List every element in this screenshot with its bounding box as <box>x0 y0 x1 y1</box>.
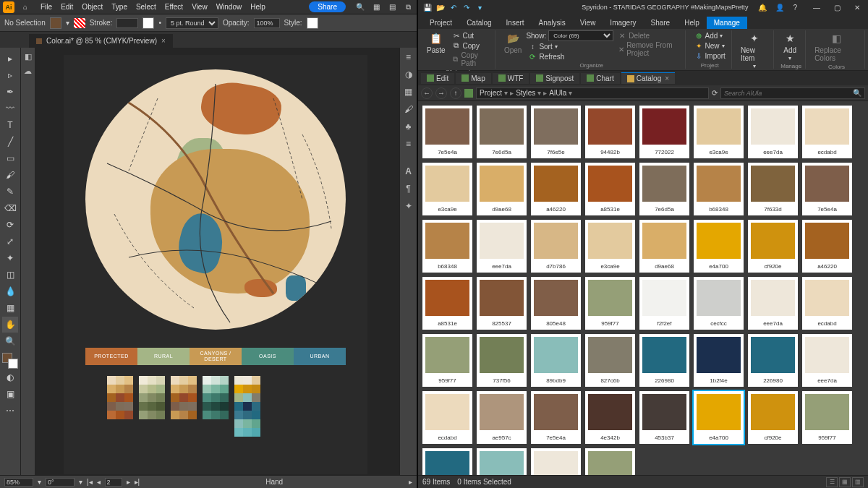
ribbon-tab-insert[interactable]: Insert <box>499 17 532 29</box>
bc-refresh-icon[interactable]: ⟳ <box>712 89 718 97</box>
color-swatch[interactable] <box>422 448 472 475</box>
character-icon[interactable]: A <box>402 165 415 178</box>
refresh-button[interactable]: ⟳Refresh <box>526 51 613 61</box>
selection-tool-icon[interactable]: ▸ <box>2 51 18 67</box>
ai-canvas[interactable]: PROTECTEDRURALCANYONS / DESERTOASISURBAN <box>35 48 399 475</box>
search-icon[interactable]: 🔍 <box>853 89 861 97</box>
color-swatch[interactable]: cf920e <box>748 391 798 444</box>
color-swatch[interactable]: ecdabd <box>422 391 472 444</box>
draw-mode-icon[interactable]: ◐ <box>2 369 18 385</box>
new-item-button[interactable]: ✦New Item ▾ <box>739 30 770 70</box>
brushes-icon[interactable]: 🖌 <box>402 103 415 116</box>
color-swatch[interactable]: eee7da <box>477 220 527 273</box>
zoom-input[interactable] <box>4 478 33 487</box>
color-swatch[interactable]: a8531e <box>422 277 472 330</box>
fill-swatch[interactable] <box>50 17 61 29</box>
text-tool-icon[interactable]: T <box>2 117 18 133</box>
shaper-tool-icon[interactable]: ✎ <box>2 184 18 200</box>
noaction-icon[interactable] <box>74 18 85 28</box>
view-tab-catalog[interactable]: Catalog× <box>621 72 675 84</box>
fill-stroke-swatch[interactable] <box>2 353 18 369</box>
color-swatch[interactable]: 226980 <box>639 334 689 387</box>
color-swatch[interactable]: 7e5e4a <box>422 106 472 158</box>
view-tab-wtf[interactable]: WTF <box>493 73 529 84</box>
arrange-icon[interactable]: ▦ <box>370 1 382 13</box>
color-swatch[interactable]: e3ca9e <box>694 106 744 158</box>
color-swatch[interactable] <box>531 448 581 475</box>
color-swatch[interactable]: a46220 <box>531 163 581 215</box>
delete-button[interactable]: ✕Delete <box>616 30 681 40</box>
paragraph-icon[interactable]: ¶ <box>402 182 415 195</box>
glyph-icon[interactable]: ✦ <box>402 200 415 213</box>
color-swatch[interactable]: eee7da <box>748 106 798 158</box>
view-tab-chart[interactable]: Chart <box>581 73 619 84</box>
color-swatch[interactable] <box>585 448 635 475</box>
color-swatch[interactable]: e4a700 <box>694 220 744 273</box>
color-swatch[interactable]: 772022 <box>639 106 689 158</box>
color-swatch[interactable]: 959f77 <box>585 277 635 330</box>
color-swatch[interactable]: eee7da <box>748 277 798 330</box>
breadcrumb-item[interactable]: Project <box>480 89 502 97</box>
search-box[interactable]: 🔍 <box>720 87 865 99</box>
view-tab-edit[interactable]: Edit <box>421 73 454 84</box>
sort-button[interactable]: ↕Sort ▾ <box>526 41 613 51</box>
maximize-icon[interactable]: ▢ <box>830 4 843 12</box>
free-transform-icon[interactable]: ◫ <box>2 267 18 283</box>
doc-tab[interactable]: Color.ai* @ 85 % (CMYK/Preview) × <box>29 34 173 48</box>
color-swatch[interactable]: 453b37 <box>639 391 689 444</box>
color-swatch[interactable]: 94482b <box>585 106 635 158</box>
user-icon[interactable]: 👤 <box>775 4 784 12</box>
ribbon-tab-help[interactable]: Help <box>677 17 707 29</box>
ribbon-tab-catalog[interactable]: Catalog <box>459 17 498 29</box>
search-input[interactable] <box>724 90 853 97</box>
color-swatch[interactable]: d9ae68 <box>639 220 689 273</box>
bell-icon[interactable]: 🔔 <box>758 4 767 12</box>
ribbon-tab-analysis[interactable]: Analysis <box>532 17 573 29</box>
import-button[interactable]: ⇩Import <box>692 51 728 61</box>
new-button[interactable]: ✦New ▾ <box>692 40 728 51</box>
menu-effect[interactable]: Effect <box>161 1 187 12</box>
menu-edit[interactable]: Edit <box>56 1 77 12</box>
prefs-icon[interactable]: ⧉ <box>402 1 414 13</box>
search-icon[interactable]: 🔍 <box>354 1 366 13</box>
color-swatch[interactable]: ecdabd <box>802 277 852 330</box>
color-icon[interactable]: ◑ <box>402 68 415 81</box>
color-swatch[interactable]: 7e5e4a <box>802 163 852 215</box>
brush-select[interactable]: 5 pt. Round <box>166 17 218 29</box>
open-button[interactable]: 📂Open <box>502 30 524 55</box>
direct-select-icon[interactable]: ▹ <box>2 67 18 83</box>
color-swatch[interactable]: d7b786 <box>531 220 581 273</box>
redo-icon[interactable]: ↷ <box>461 2 472 12</box>
ribbon-tab-project[interactable]: Project <box>422 17 459 29</box>
first-page-icon[interactable]: |◂ <box>87 478 93 486</box>
up-icon[interactable]: ↑ <box>450 87 461 99</box>
hand-tool-icon[interactable]: ✋ <box>2 317 18 333</box>
color-swatch[interactable]: e3ca9e <box>585 220 635 273</box>
view-tiles-icon[interactable]: ▦ <box>839 477 851 487</box>
fwd-icon[interactable]: → <box>435 87 447 99</box>
color-swatch[interactable]: cf920e <box>748 220 798 273</box>
cut-button[interactable]: ✂Cut <box>450 30 491 40</box>
next-page-icon[interactable]: ▸ <box>127 478 130 486</box>
swatches-icon[interactable]: ▦ <box>402 85 415 98</box>
width-tool-icon[interactable]: ✦ <box>2 250 18 266</box>
color-swatch[interactable]: b68348 <box>694 163 744 215</box>
ribbon-tab-share[interactable]: Share <box>643 17 677 29</box>
artboard-input[interactable] <box>105 478 122 487</box>
color-swatch[interactable]: 959f77 <box>422 334 472 387</box>
color-swatch[interactable]: a46220 <box>802 220 852 273</box>
curvature-icon[interactable]: 〰 <box>2 100 18 116</box>
view-tab-signpost[interactable]: Signpost <box>530 73 579 84</box>
rect-tool-icon[interactable]: ▭ <box>2 150 18 166</box>
save-icon[interactable]: 💾 <box>422 2 433 12</box>
last-page-icon[interactable]: ▸| <box>135 478 140 486</box>
menu-type[interactable]: Type <box>107 1 132 12</box>
favorites-button[interactable]: ★Add ▾ <box>780 30 799 62</box>
screen-mode-icon[interactable]: ▣ <box>2 386 18 402</box>
brush-tool-icon[interactable]: 🖌 <box>2 167 18 183</box>
minimize-icon[interactable]: — <box>810 4 823 12</box>
ribbon-tab-imagery[interactable]: Imagery <box>603 17 643 29</box>
symbols-icon[interactable]: ♣ <box>402 120 415 133</box>
breadcrumb-item[interactable]: AlUla <box>549 89 566 97</box>
help-icon[interactable]: ? <box>793 4 797 12</box>
